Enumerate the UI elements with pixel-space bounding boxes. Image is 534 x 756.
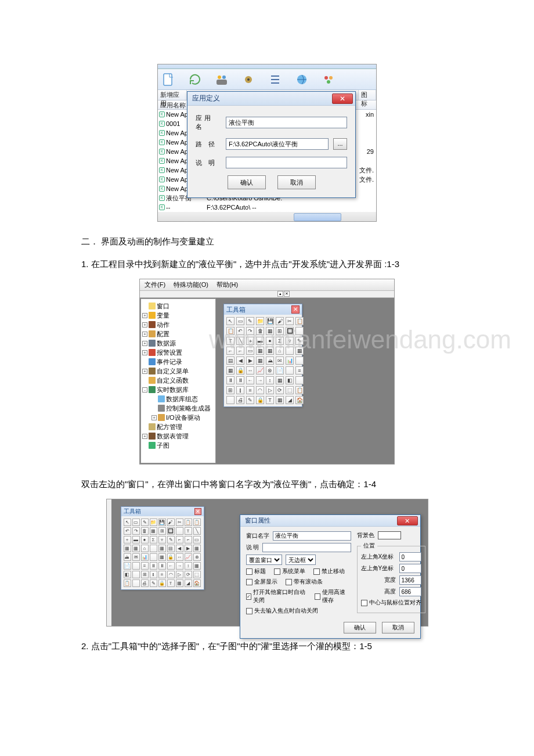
tool-icon[interactable]: ＋	[124, 536, 131, 543]
tool-icon[interactable]: ◀	[176, 545, 183, 552]
ok-button[interactable]: 确认	[344, 622, 376, 633]
pin-icon[interactable]: ▴	[277, 291, 283, 297]
tool-icon[interactable]: →	[256, 376, 264, 384]
expand-icon[interactable]: +	[142, 369, 147, 374]
tool-icon[interactable]: 📊	[141, 553, 149, 561]
menu-help[interactable]: 帮助(H)	[217, 280, 238, 289]
tool-icon[interactable]: ⌐	[176, 536, 183, 543]
tool-icon[interactable]: 📁	[150, 519, 157, 526]
tool-icon[interactable]: ▦	[256, 347, 264, 355]
tool-icon[interactable]: ▷	[176, 571, 183, 578]
tool-icon[interactable]: ⏸	[226, 376, 234, 384]
tool-icon[interactable]: ▿	[286, 337, 294, 345]
tool-icon[interactable]: ⌂	[141, 545, 149, 552]
tool-icon[interactable]: ▦	[266, 347, 274, 355]
tool-icon[interactable]	[132, 562, 140, 570]
tool-icon[interactable]: ⬚	[286, 386, 294, 394]
tree-node[interactable]: 数据库组态	[142, 394, 214, 404]
tool-icon[interactable]: 📋	[295, 386, 304, 394]
tool-icon[interactable]: ▦	[158, 545, 166, 552]
tool-icon[interactable]: T	[185, 527, 192, 535]
tool-icon[interactable]: 📊	[286, 357, 294, 365]
tree-node[interactable]: +变量	[142, 311, 214, 320]
tool-icon[interactable]: ◠	[167, 571, 175, 578]
expand-icon[interactable]: +	[151, 415, 157, 420]
tool-icon[interactable]: ▦	[193, 562, 201, 570]
tool-icon[interactable]: ▬	[256, 337, 264, 345]
tree-node[interactable]: +数据源	[142, 339, 214, 348]
cb-autoclose-focus[interactable]: 失去输入焦点时自动关闭	[246, 607, 318, 615]
tool-icon[interactable]: ≡	[141, 562, 149, 570]
tool-icon[interactable]: ╲	[193, 527, 201, 535]
tool-icon[interactable]	[150, 553, 157, 561]
new-icon[interactable]	[161, 73, 175, 87]
tool-icon[interactable]: ▷	[266, 386, 274, 394]
tool-icon[interactable]: ⌂	[276, 347, 284, 355]
tool-icon[interactable]	[286, 347, 294, 355]
tool-icon[interactable]: 🔲	[167, 527, 175, 535]
gear-icon[interactable]	[241, 73, 255, 87]
tool-icon[interactable]: 🖨	[236, 396, 244, 404]
tool-icon[interactable]: ◢	[185, 579, 192, 587]
tree-node[interactable]: +I/O设备驱动	[142, 413, 214, 422]
toolbox-title[interactable]: 工具箱 ✕	[224, 304, 302, 315]
tool-icon[interactable]: ⛰	[124, 553, 131, 561]
tool-icon[interactable]: 🔒	[256, 396, 264, 404]
tool-icon[interactable]: ▦	[193, 545, 201, 552]
tool-icon[interactable]: 📋	[124, 579, 131, 587]
tool-icon[interactable]: ↶	[236, 327, 244, 335]
tool-icon[interactable]: ←	[167, 562, 175, 570]
cb-fastcache[interactable]: 使用高速缓存	[315, 588, 351, 604]
tool-icon[interactable]: 📋	[295, 317, 304, 325]
tool-icon[interactable]: ≡	[295, 366, 304, 375]
tool-icon[interactable]: ≡	[158, 571, 166, 578]
close-button[interactable]: ✕	[332, 93, 353, 104]
tool-icon[interactable]: 📄	[124, 562, 131, 570]
tool-icon[interactable]: ▦	[256, 357, 264, 365]
tool-icon[interactable]: ✂	[286, 317, 294, 325]
tool-icon[interactable]: ⌐	[236, 347, 244, 355]
tool-icon[interactable]: ▤	[167, 545, 175, 552]
tool-icon[interactable]: 🏠	[193, 579, 201, 587]
browse-button[interactable]: ...	[333, 138, 347, 150]
expand-icon[interactable]: +	[142, 350, 147, 355]
height-input[interactable]	[399, 587, 421, 596]
toolbox-panel[interactable]: 工具箱 ✕ ↖▭✎📁💾🖌✂📋📋↶↷🗑▦⊞🔲T╲＋▬●Σ▿✎⌐⌐▭▦▦⌂▦▤◀▶▦…	[121, 506, 204, 590]
tree-node[interactable]: 控制策略生成器	[142, 404, 214, 413]
tool-icon[interactable]: ▦	[266, 327, 274, 335]
ok-button[interactable]: 确认	[228, 175, 266, 189]
tree-node[interactable]: 事件记录	[142, 357, 214, 366]
tool-icon[interactable]: ⌐	[185, 536, 192, 543]
tool-icon[interactable]: ✎	[246, 396, 254, 404]
tool-icon[interactable]: ▶	[185, 545, 192, 552]
tool-icon[interactable]: ✎	[150, 579, 157, 587]
tool-icon[interactable]	[295, 327, 304, 335]
cb-scroll[interactable]: 带有滚动条	[286, 578, 323, 586]
tool-icon[interactable]: ←	[246, 376, 254, 384]
border-select[interactable]: 无边框	[286, 555, 316, 565]
list-icon[interactable]	[268, 73, 282, 87]
tool-icon[interactable]: ▦	[295, 347, 304, 355]
tool-icon[interactable]: ↔	[176, 553, 183, 561]
tool-icon[interactable]: 📋	[193, 519, 201, 526]
expand-icon[interactable]: +	[142, 322, 147, 327]
horizontal-scrollbar[interactable]	[158, 212, 376, 221]
cancel-button[interactable]: 取消	[277, 175, 316, 189]
tool-icon[interactable]: ▭	[236, 317, 244, 325]
tool-icon[interactable]: ╲	[236, 337, 244, 345]
tool-icon[interactable]: 🔒	[236, 366, 244, 375]
app-name-input[interactable]	[226, 117, 347, 128]
tree-node[interactable]: +动作	[142, 320, 214, 329]
tool-icon[interactable]: ✎	[246, 317, 254, 325]
tool-icon[interactable]: ↔	[246, 366, 254, 375]
tool-icon[interactable]: 🔲	[286, 327, 294, 335]
tool-icon[interactable]: ▦	[226, 366, 234, 375]
tool-icon[interactable]: ◠	[256, 386, 264, 394]
globe-icon[interactable]	[295, 73, 309, 87]
tool-icon[interactable]: 📋	[226, 327, 234, 335]
tool-icon[interactable]: 🖌	[276, 317, 284, 325]
tool-icon[interactable]: 📁	[256, 317, 264, 325]
refresh-icon[interactable]	[188, 73, 202, 87]
tool-icon[interactable]: ↖	[226, 317, 234, 325]
tool-icon[interactable]: ↕	[266, 376, 274, 384]
